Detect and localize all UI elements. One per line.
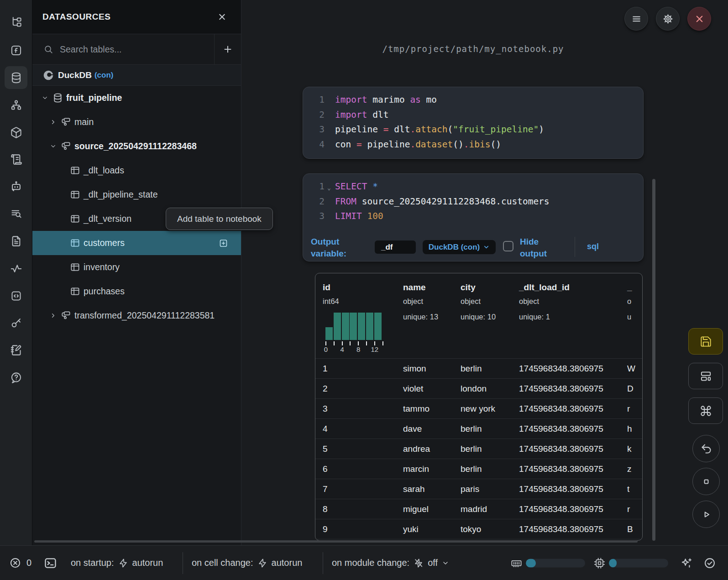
panel-close-button[interactable] (217, 12, 227, 22)
language-badge[interactable]: sql (587, 242, 599, 251)
save-button[interactable] (688, 328, 723, 355)
settings-button[interactable] (656, 7, 680, 31)
close-button[interactable] (687, 7, 711, 31)
error-indicator[interactable]: 0 (9, 546, 31, 580)
add-table-to-notebook-button[interactable] (219, 238, 228, 248)
column-header-id[interactable]: id (323, 282, 330, 293)
tree-item-main[interactable]: main (32, 110, 241, 134)
column-header-_[interactable]: _ (627, 282, 632, 293)
rail-item-notebook-pen[interactable] (5, 339, 27, 361)
table-cell: 5 (323, 444, 328, 454)
add-datasource-button[interactable] (214, 34, 241, 64)
rail-item-cube[interactable] (5, 121, 27, 144)
tree-item-fruit_pipeline[interactable]: fruit_pipeline (32, 86, 241, 110)
table-cell: 6 (323, 464, 328, 474)
rail-item-tree[interactable] (5, 10, 27, 33)
python-cell[interactable]: 1import marimo as mo2import dlt3pipeline… (303, 87, 644, 159)
token: pipeline (335, 124, 383, 135)
table-cell: berlin (461, 424, 482, 434)
hide-output-label: Hide output (520, 236, 560, 260)
column-header-_dlt_load_id[interactable]: _dlt_load_id (519, 282, 570, 293)
rail-item-bot[interactable] (5, 175, 27, 198)
circle-x-icon (9, 557, 21, 569)
column-header-city[interactable]: city (461, 282, 476, 293)
schema-icon (61, 310, 74, 321)
memory-icon (510, 557, 523, 569)
runtime-value: autorun (132, 558, 163, 568)
engine-select-value: DuckDB (con) (429, 243, 480, 252)
python-code-editor[interactable]: 1import marimo as mo2import dlt3pipeline… (303, 93, 643, 152)
table-row[interactable]: 2violetlondon1745968348.3806975D (315, 378, 642, 398)
table-cell: h (627, 424, 632, 434)
table-cell: 7 (323, 484, 328, 494)
stop-icon (700, 475, 712, 488)
table-row[interactable]: 6marcinberlin1745968348.3806975z (315, 459, 642, 479)
ai-assistant-button[interactable] (680, 557, 693, 570)
search-input[interactable] (60, 34, 210, 64)
table-row[interactable]: 9yukitokyo1745968348.3806975B (315, 519, 642, 539)
rail-item-code-box[interactable] (5, 284, 27, 307)
tree-item-label: customers (84, 238, 125, 248)
rail-item-function[interactable] (5, 39, 27, 62)
connection-status-button[interactable] (703, 557, 716, 570)
fold-chevron-icon[interactable]: ⌄ (327, 181, 331, 196)
hide-output-checkbox[interactable] (503, 241, 513, 251)
rail-item-workflow[interactable] (5, 94, 27, 116)
table-row[interactable]: 8miguelmadrid1745968348.3806975r (315, 499, 642, 519)
stop-button[interactable] (692, 468, 720, 495)
result-table: idint6404812nameobjectunique: 13cityobje… (315, 273, 643, 541)
vertical-scrollbar[interactable] (652, 179, 655, 541)
keyboard-shortcuts-button[interactable] (688, 397, 723, 424)
undo-button[interactable] (692, 435, 720, 462)
rail-item-activity[interactable] (5, 257, 27, 280)
table-row[interactable]: 3tammonew york1745968348.3806975r (315, 398, 642, 418)
tree-item-label: purchases (84, 286, 125, 297)
rail-item-file-text[interactable] (5, 230, 27, 252)
table-cell: yuki (403, 524, 419, 534)
engine-select[interactable]: DuckDB (con) (423, 240, 496, 254)
rail-item-scroll[interactable] (5, 148, 27, 171)
token: = (383, 124, 394, 135)
tree-item-customers[interactable]: customers (32, 231, 241, 255)
rail-item-key[interactable] (5, 311, 27, 334)
token: () (453, 139, 463, 150)
table-row[interactable]: 1simonberlin1745968348.3806975W (315, 358, 642, 378)
tree-item-inventory[interactable]: inventory (32, 255, 241, 279)
table-row[interactable]: 5andreaberlin1745968348.3806975k (315, 439, 642, 459)
table-cell: 1745968348.3806975 (519, 484, 603, 494)
token: . (410, 124, 415, 135)
table-row[interactable]: 7sarahparis1745968348.3806975t (315, 479, 642, 499)
runtime-on-cell-change[interactable]: on cell change:autorun (192, 546, 302, 580)
horizontal-scrollbar[interactable] (34, 540, 638, 543)
table-row[interactable]: 4daveberlin1745968348.3806975h (315, 418, 642, 439)
output-variable-label: Output variable: (311, 236, 365, 260)
runtime-on-startup[interactable]: on startup:autorun (71, 546, 163, 580)
histogram-tick-label: 8 (356, 345, 360, 353)
tree-item-_dlt_loads[interactable]: _dlt_loads (32, 158, 241, 183)
tree-item-transformed_202504291112283581[interactable]: transformed_202504291112283581 (32, 303, 241, 328)
datasources-panel: DATASOURCES DuckDB (con) fruit_pipelinem… (32, 0, 241, 545)
rail-item-list-search[interactable] (5, 202, 27, 225)
rail-code-box-icon (10, 290, 22, 302)
output-variable-input[interactable]: _df (375, 240, 416, 254)
token: dlt (372, 110, 388, 120)
tree-item-_dlt_pipeline_state[interactable]: _dlt_pipeline_state (32, 183, 241, 207)
token: * (372, 181, 378, 192)
terminal-button[interactable] (43, 556, 58, 570)
column-header-name[interactable]: name (403, 282, 426, 293)
connection-row[interactable]: DuckDB (con) (32, 65, 241, 86)
sql-code-editor[interactable]: 1⌄SELECT *2FROM source_20250429111228346… (303, 179, 643, 224)
rail-item-help[interactable] (5, 366, 27, 389)
sparkles-icon (680, 557, 693, 570)
code-text: con = pipeline.dataset().ibis() (335, 137, 501, 152)
tree-item-source_202504291112283468[interactable]: source_202504291112283468 (32, 134, 241, 158)
menu-button[interactable] (624, 7, 648, 31)
tree-item-purchases[interactable]: purchases (32, 279, 241, 303)
layout-button[interactable] (688, 363, 723, 389)
run-button[interactable] (692, 501, 720, 528)
runtime-on-module-change[interactable]: on module change:off (332, 546, 449, 580)
zap-off-icon (414, 558, 424, 568)
sql-cell[interactable]: 1⌄SELECT *2FROM source_20250429111228346… (303, 173, 644, 261)
rail-item-database[interactable] (5, 66, 27, 89)
panel-header: DATASOURCES (32, 0, 241, 34)
